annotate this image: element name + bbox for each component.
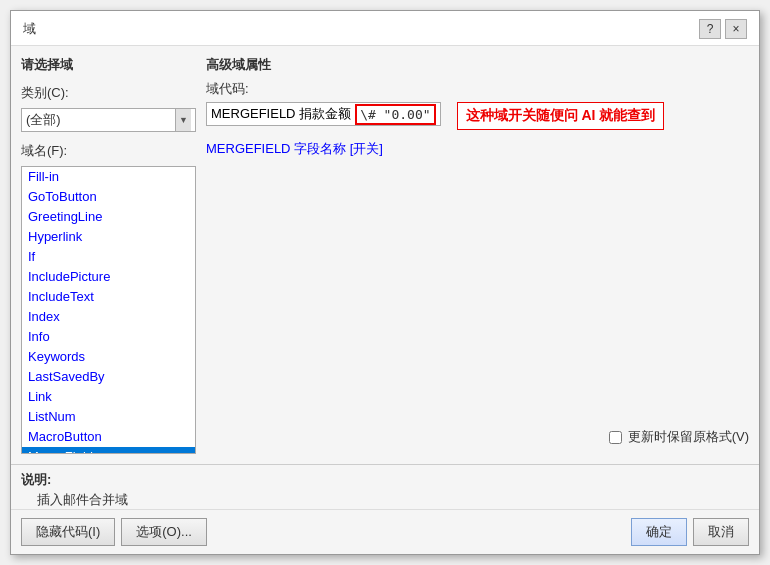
field-list[interactable]: Fill-inGoToButtonGreetingLineHyperlinkIf… <box>21 166 196 454</box>
field-list-item[interactable]: Info <box>22 327 195 347</box>
field-code-highlighted: \# "0.00" <box>355 104 435 125</box>
close-button[interactable]: × <box>725 19 747 39</box>
field-list-item[interactable]: MergeField <box>22 447 195 454</box>
description-title: 说明: <box>21 471 749 489</box>
field-list-item[interactable]: MacroButton <box>22 427 195 447</box>
description-text: 插入邮件合并域 <box>21 491 749 509</box>
description-section: 说明: 插入邮件合并域 <box>11 464 759 509</box>
cancel-button[interactable]: 取消 <box>693 518 749 546</box>
field-list-item[interactable]: Link <box>22 387 195 407</box>
hide-code-button[interactable]: 隐藏代码(I) <box>21 518 115 546</box>
field-list-item[interactable]: Hyperlink <box>22 227 195 247</box>
dialog-body: 请选择域 类别(C): (全部) ▼ 域名(F): Fill-inGoToBut… <box>11 46 759 464</box>
field-list-item[interactable]: Keywords <box>22 347 195 367</box>
bottom-right-buttons: 确定 取消 <box>631 518 749 546</box>
main-dialog: 域 ? × 请选择域 类别(C): (全部) ▼ 域名(F): Fill-inG… <box>10 10 760 555</box>
bottom-left-buttons: 隐藏代码(I) 选项(O)... <box>21 518 207 546</box>
field-list-item[interactable]: Fill-in <box>22 167 195 187</box>
title-bar: 域 ? × <box>11 11 759 46</box>
annotation-bubble: 这种域开关随便问 AI 就能查到 <box>457 102 665 130</box>
left-panel-title: 请选择域 <box>21 56 196 74</box>
category-label: 类别(C): <box>21 84 196 102</box>
category-select[interactable]: (全部) ▼ <box>21 108 196 132</box>
preserve-format-label: 更新时保留原格式(V) <box>628 428 749 446</box>
field-list-item[interactable]: Index <box>22 307 195 327</box>
ok-button[interactable]: 确定 <box>631 518 687 546</box>
field-code-input[interactable]: MERGEFIELD 捐款金额 \# "0.00" <box>206 102 441 126</box>
field-list-item[interactable]: IncludeText <box>22 287 195 307</box>
options-button[interactable]: 选项(O)... <box>121 518 207 546</box>
field-code-prefix: MERGEFIELD 捐款金额 <box>211 105 351 123</box>
help-button[interactable]: ? <box>699 19 721 39</box>
right-panel-title: 高级域属性 <box>206 56 749 74</box>
field-list-item[interactable]: GreetingLine <box>22 207 195 227</box>
left-panel: 请选择域 类别(C): (全部) ▼ 域名(F): Fill-inGoToBut… <box>21 56 196 454</box>
title-bar-buttons: ? × <box>699 19 747 39</box>
right-spacer <box>206 158 749 428</box>
preserve-format-row: 更新时保留原格式(V) <box>206 428 749 446</box>
right-panel: 高级域属性 域代码: MERGEFIELD 捐款金额 \# "0.00" 这种域… <box>206 56 749 454</box>
field-list-item[interactable]: ListNum <box>22 407 195 427</box>
bottom-bar: 隐藏代码(I) 选项(O)... 确定 取消 <box>11 509 759 554</box>
preserve-format-checkbox[interactable] <box>609 431 622 444</box>
field-list-item[interactable]: GoToButton <box>22 187 195 207</box>
dialog-title: 域 <box>23 20 36 38</box>
field-name-label: 域名(F): <box>21 142 196 160</box>
field-description: MERGEFIELD 字段名称 [开关] <box>206 140 749 158</box>
field-list-item[interactable]: LastSavedBy <box>22 367 195 387</box>
category-value: (全部) <box>26 111 175 129</box>
field-code-label: 域代码: <box>206 80 749 98</box>
field-code-section: 域代码: MERGEFIELD 捐款金额 \# "0.00" 这种域开关随便问 … <box>206 80 749 158</box>
field-list-item[interactable]: IncludePicture <box>22 267 195 287</box>
field-list-item[interactable]: If <box>22 247 195 267</box>
category-dropdown-arrow[interactable]: ▼ <box>175 109 191 131</box>
